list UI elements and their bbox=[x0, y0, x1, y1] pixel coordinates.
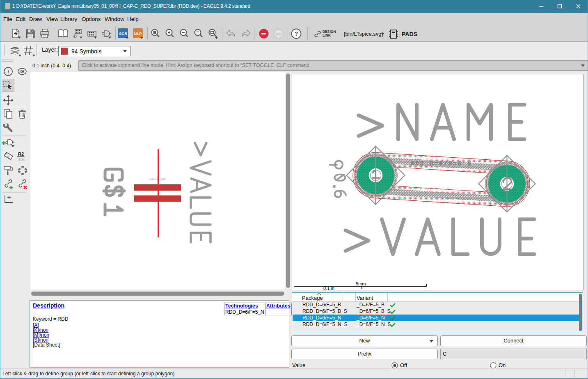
svg-text:GO: GO bbox=[276, 32, 281, 36]
svg-text:?: ? bbox=[295, 30, 298, 37]
svg-text:RDD_D=6/F=5_N: RDD_D=6/F=5_N bbox=[411, 161, 472, 167]
svg-text:5mm: 5mm bbox=[356, 281, 366, 286]
svg-text:0.1 in: 0.1 in bbox=[323, 286, 334, 290]
svg-text:i: i bbox=[7, 69, 9, 75]
svg-text:SCR: SCR bbox=[119, 31, 127, 36]
svg-text:ULP: ULP bbox=[134, 31, 142, 36]
